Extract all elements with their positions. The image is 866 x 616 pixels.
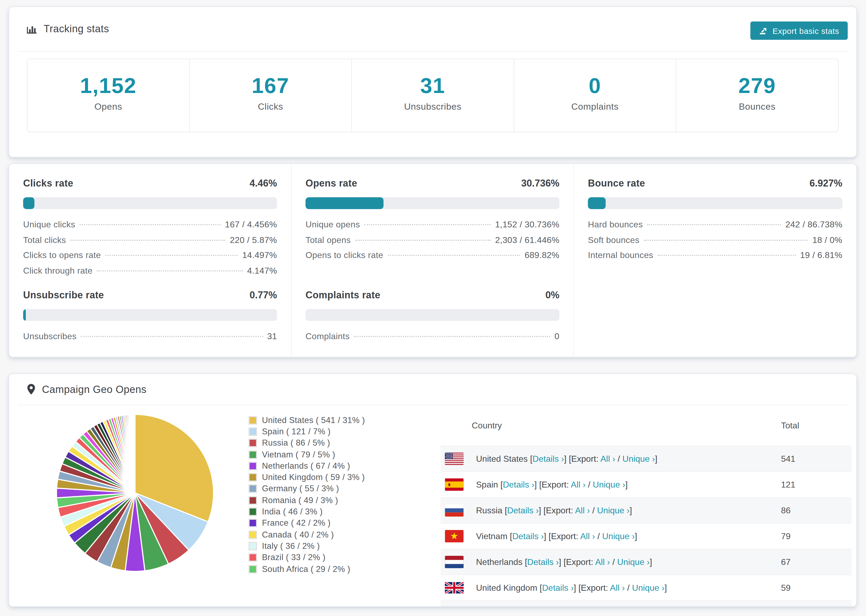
- dotted-leader: [364, 224, 491, 225]
- rate-detail-label: Clicks to opens rate: [23, 250, 101, 260]
- dotted-leader: [80, 224, 221, 225]
- country-cell: Spain [Details ›] [Export: All › / Uniqu…: [476, 480, 781, 489]
- progress-bar: [305, 309, 559, 321]
- details-link[interactable]: Details ›: [532, 454, 564, 463]
- legend-item: United States ( 541 / 31% ): [249, 415, 365, 426]
- legend-swatch: [249, 438, 257, 447]
- rate-detail-row: Unsubscribes31: [23, 332, 277, 347]
- rate-detail-value: 4.147%: [247, 266, 277, 275]
- progress-bar: [588, 197, 842, 209]
- dotted-leader: [355, 239, 491, 240]
- export-unique-link[interactable]: Unique ›: [602, 531, 635, 541]
- bracket-text: ] [: [539, 506, 546, 515]
- legend-label: Germany ( 55 / 3% ): [262, 484, 339, 494]
- rate-detail-row: Hard bounces242 / 86.738%: [588, 220, 842, 235]
- stat-value: 1,152: [27, 74, 189, 98]
- export-unique-link[interactable]: Unique ›: [597, 506, 630, 515]
- progress-bar: [23, 309, 277, 321]
- geo-card-title: Campaign Geo Opens: [42, 383, 146, 395]
- legend-label: United Kingdom ( 59 / 3% ): [262, 473, 365, 482]
- details-link[interactable]: Details ›: [507, 506, 539, 515]
- export-basic-stats-button[interactable]: Export basic stats: [750, 22, 848, 40]
- legend-swatch: [249, 565, 257, 573]
- legend-swatch: [249, 519, 257, 528]
- bracket-text: [: [505, 506, 507, 515]
- rate-detail-label: Opens to clicks rate: [305, 250, 383, 260]
- pie-legend: United States ( 541 / 31% )Spain ( 121 /…: [249, 415, 365, 575]
- stat-label: Unsubscribes: [352, 102, 513, 112]
- export-all-link[interactable]: All ›: [610, 583, 625, 592]
- geo-card-body: United States ( 541 / 31% )Spain ( 121 /…: [9, 405, 856, 607]
- stat-label: Opens: [27, 102, 189, 112]
- legend-swatch: [249, 530, 257, 539]
- campaign-geo-opens-card: Campaign Geo Opens United States ( 541 /…: [9, 374, 857, 607]
- legend-item: France ( 42 / 2% ): [249, 517, 365, 529]
- export-unique-link[interactable]: Unique ›: [593, 480, 625, 489]
- bracket-text: Export:: [546, 506, 575, 515]
- pie-slice: [134, 415, 135, 493]
- legend-swatch: [249, 427, 257, 436]
- rate-detail-value: 31: [267, 332, 277, 341]
- export-all-link[interactable]: All ›: [600, 454, 615, 463]
- rate-detail-row: Unique opens1,152 / 30.736%: [305, 220, 559, 235]
- dashboard-page: Tracking stats Export basic stats 1,152O…: [0, 0, 866, 616]
- details-link[interactable]: Details ›: [512, 531, 544, 541]
- gb-flag-icon: [445, 581, 464, 594]
- legend-item: Russia ( 86 / 5% ): [249, 437, 365, 449]
- export-all-link[interactable]: All ›: [595, 557, 610, 566]
- table-row: Vietnam [Details ›] [Export: All › / Uni…: [441, 523, 852, 549]
- export-all-link[interactable]: All ›: [575, 506, 590, 515]
- export-all-link[interactable]: All ›: [580, 531, 595, 541]
- bracket-text: ] [: [544, 531, 551, 541]
- legend-label: Spain ( 121 / 7% ): [262, 427, 331, 437]
- progress-bar-fill: [23, 197, 35, 209]
- rate-section: Bounce rate6.927%Hard bounces242 / 86.73…: [574, 164, 856, 277]
- legend-label: Romania ( 49 / 3% ): [262, 495, 338, 505]
- bracket-text: ]: [650, 557, 652, 566]
- rate-section: Clicks rate4.46%Unique clicks167 / 4.456…: [9, 164, 291, 277]
- bracket-text: ]: [655, 454, 657, 463]
- export-unique-link[interactable]: Unique ›: [617, 557, 650, 566]
- rate-detail-value: 1,152 / 30.736%: [495, 220, 559, 229]
- rate-detail-rows: Hard bounces242 / 86.738%Soft bounces18 …: [588, 220, 842, 266]
- export-all-link[interactable]: All ›: [571, 480, 586, 489]
- legend-swatch: [249, 496, 257, 504]
- country-cell: Russia [Details ›] [Export: All › / Uniq…: [476, 506, 781, 515]
- legend-label: Netherlands ( 67 / 4% ): [262, 461, 350, 471]
- nl-flag-icon: [445, 556, 464, 568]
- dotted-leader: [387, 255, 520, 256]
- details-link[interactable]: Details ›: [527, 557, 559, 566]
- rate-detail-value: 689.82%: [525, 250, 559, 260]
- bracket-text: ] [: [534, 480, 542, 489]
- rate-section-empty: [574, 277, 856, 357]
- legend-swatch: [249, 508, 257, 516]
- stat-cell: 1,152Opens: [27, 59, 190, 132]
- details-link[interactable]: Details ›: [542, 583, 574, 592]
- rate-detail-label: Click through rate: [23, 266, 93, 275]
- legend-label: Russia ( 86 / 5% ): [262, 438, 330, 448]
- rate-section-header: Opens rate30.736%: [305, 178, 559, 189]
- rate-detail-label: Complaints: [305, 332, 350, 341]
- rate-detail-value: 167 / 4.456%: [225, 220, 277, 229]
- geo-table-rows: United States [Details ›] [Export: All ›…: [441, 446, 852, 607]
- page-title: Tracking stats: [44, 23, 109, 35]
- table-row: Spain [Details ›] [Export: All › / Uniqu…: [441, 471, 852, 497]
- bracket-text: /: [615, 454, 623, 463]
- dotted-leader: [644, 239, 808, 240]
- legend-item: Germany ( 55 / 3% ): [249, 483, 365, 495]
- rate-title: Clicks rate: [23, 178, 73, 189]
- bracket-text: Export:: [581, 583, 610, 592]
- stat-value: 279: [676, 74, 838, 98]
- export-unique-link[interactable]: Unique ›: [622, 454, 655, 463]
- stat-label: Complaints: [514, 102, 676, 112]
- bracket-text: [: [525, 557, 527, 566]
- total-cell: 67: [781, 557, 852, 567]
- bracket-text: ]: [664, 583, 667, 592]
- bracket-text: Export:: [542, 480, 571, 489]
- tracking-stats-header: Tracking stats: [18, 7, 848, 52]
- stat-cell: 31Unsubscribes: [352, 59, 514, 132]
- export-unique-link[interactable]: Unique ›: [632, 583, 664, 592]
- rate-value: 0%: [545, 290, 559, 301]
- details-link[interactable]: Details ›: [503, 480, 534, 489]
- country-name: Spain: [476, 480, 501, 489]
